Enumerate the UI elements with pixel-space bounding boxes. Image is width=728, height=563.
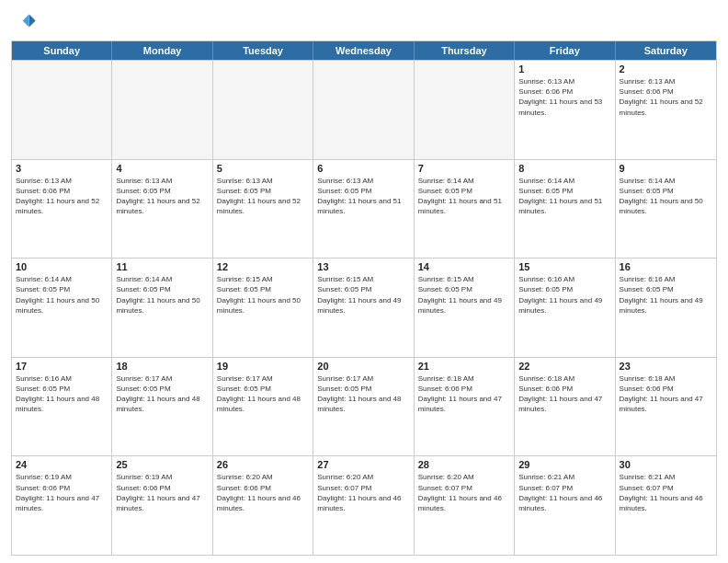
day-info: Sunrise: 6:18 AMSunset: 6:06 PMDaylight:… <box>620 373 712 415</box>
day-number: 19 <box>217 361 309 372</box>
calendar-cell-20: 20Sunrise: 6:17 AMSunset: 6:05 PMDayligh… <box>313 358 414 456</box>
calendar-cell-empty <box>12 61 112 159</box>
calendar-cell-7: 7Sunrise: 6:14 AMSunset: 6:05 PMDaylight… <box>415 160 515 259</box>
calendar-cell-13: 13Sunrise: 6:15 AMSunset: 6:05 PMDayligh… <box>313 259 414 357</box>
day-number: 10 <box>16 261 108 272</box>
day-number: 4 <box>116 163 208 174</box>
day-number: 16 <box>620 261 712 272</box>
day-info: Sunrise: 6:17 AMSunset: 6:05 PMDaylight:… <box>116 373 208 415</box>
day-info: Sunrise: 6:17 AMSunset: 6:05 PMDaylight:… <box>317 373 409 415</box>
day-number: 27 <box>317 459 409 470</box>
day-number: 26 <box>217 459 309 470</box>
calendar-cell-3: 3Sunrise: 6:13 AMSunset: 6:06 PMDaylight… <box>12 160 112 259</box>
day-info: Sunrise: 6:13 AMSunset: 6:06 PMDaylight:… <box>16 176 108 217</box>
calendar-cell-12: 12Sunrise: 6:15 AMSunset: 6:05 PMDayligh… <box>213 259 313 357</box>
day-number: 23 <box>620 361 712 372</box>
calendar-cell-18: 18Sunrise: 6:17 AMSunset: 6:05 PMDayligh… <box>112 358 212 456</box>
calendar-cell-16: 16Sunrise: 6:16 AMSunset: 6:05 PMDayligh… <box>616 259 716 357</box>
calendar-cell-19: 19Sunrise: 6:17 AMSunset: 6:05 PMDayligh… <box>213 358 313 456</box>
day-info: Sunrise: 6:16 AMSunset: 6:05 PMDaylight:… <box>518 274 610 316</box>
day-info: Sunrise: 6:15 AMSunset: 6:05 PMDaylight:… <box>418 274 510 316</box>
calendar-cell-27: 27Sunrise: 6:20 AMSunset: 6:07 PMDayligh… <box>313 456 414 555</box>
day-number: 25 <box>116 459 208 470</box>
calendar: SundayMondayTuesdayWednesdayThursdayFrid… <box>11 40 717 556</box>
calendar-header-wednesday: Wednesday <box>313 41 414 60</box>
day-info: Sunrise: 6:14 AMSunset: 6:05 PMDaylight:… <box>16 274 108 316</box>
day-info: Sunrise: 6:15 AMSunset: 6:05 PMDaylight:… <box>217 274 309 316</box>
day-info: Sunrise: 6:13 AMSunset: 6:06 PMDaylight:… <box>518 76 610 118</box>
calendar-cell-1: 1Sunrise: 6:13 AMSunset: 6:06 PMDaylight… <box>515 61 615 159</box>
day-number: 21 <box>418 361 510 372</box>
calendar-cell-22: 22Sunrise: 6:18 AMSunset: 6:06 PMDayligh… <box>515 358 615 456</box>
day-number: 1 <box>518 63 610 75</box>
calendar-week-3: 10Sunrise: 6:14 AMSunset: 6:05 PMDayligh… <box>12 258 716 357</box>
day-number: 5 <box>217 163 309 174</box>
calendar-body: 1Sunrise: 6:13 AMSunset: 6:06 PMDaylight… <box>12 60 716 555</box>
calendar-header-tuesday: Tuesday <box>213 41 313 60</box>
day-info: Sunrise: 6:16 AMSunset: 6:05 PMDaylight:… <box>16 373 108 415</box>
calendar-cell-5: 5Sunrise: 6:13 AMSunset: 6:05 PMDaylight… <box>213 160 313 259</box>
calendar-cell-15: 15Sunrise: 6:16 AMSunset: 6:05 PMDayligh… <box>515 259 615 357</box>
day-info: Sunrise: 6:15 AMSunset: 6:05 PMDaylight:… <box>317 274 409 316</box>
day-number: 7 <box>418 163 510 174</box>
day-info: Sunrise: 6:21 AMSunset: 6:07 PMDaylight:… <box>518 472 610 513</box>
day-info: Sunrise: 6:20 AMSunset: 6:06 PMDaylight:… <box>217 472 309 513</box>
logo <box>11 9 40 35</box>
day-number: 11 <box>116 261 208 272</box>
day-number: 17 <box>16 361 108 372</box>
calendar-cell-21: 21Sunrise: 6:18 AMSunset: 6:06 PMDayligh… <box>415 358 515 456</box>
day-number: 13 <box>317 261 409 272</box>
calendar-cell-23: 23Sunrise: 6:18 AMSunset: 6:06 PMDayligh… <box>616 358 716 456</box>
calendar-cell-2: 2Sunrise: 6:13 AMSunset: 6:06 PMDaylight… <box>616 61 716 159</box>
calendar-header-row: SundayMondayTuesdayWednesdayThursdayFrid… <box>12 41 716 60</box>
day-number: 29 <box>518 459 610 470</box>
calendar-cell-empty <box>112 61 212 159</box>
calendar-week-5: 24Sunrise: 6:19 AMSunset: 6:06 PMDayligh… <box>12 455 716 555</box>
day-info: Sunrise: 6:13 AMSunset: 6:06 PMDaylight:… <box>620 76 712 118</box>
day-number: 12 <box>217 261 309 272</box>
day-info: Sunrise: 6:13 AMSunset: 6:05 PMDaylight:… <box>217 176 309 217</box>
calendar-week-1: 1Sunrise: 6:13 AMSunset: 6:06 PMDaylight… <box>12 60 716 159</box>
day-info: Sunrise: 6:13 AMSunset: 6:05 PMDaylight:… <box>317 176 409 217</box>
day-number: 8 <box>518 163 610 174</box>
calendar-cell-empty <box>313 61 414 159</box>
day-info: Sunrise: 6:18 AMSunset: 6:06 PMDaylight:… <box>418 373 510 415</box>
day-info: Sunrise: 6:16 AMSunset: 6:05 PMDaylight:… <box>620 274 712 316</box>
calendar-cell-24: 24Sunrise: 6:19 AMSunset: 6:06 PMDayligh… <box>12 456 112 555</box>
day-number: 2 <box>620 63 712 75</box>
day-number: 9 <box>620 163 712 174</box>
day-info: Sunrise: 6:17 AMSunset: 6:05 PMDaylight:… <box>217 373 309 415</box>
day-info: Sunrise: 6:20 AMSunset: 6:07 PMDaylight:… <box>317 472 409 513</box>
calendar-cell-25: 25Sunrise: 6:19 AMSunset: 6:06 PMDayligh… <box>112 456 212 555</box>
calendar-cell-empty <box>415 61 515 159</box>
day-number: 20 <box>317 361 409 372</box>
day-info: Sunrise: 6:21 AMSunset: 6:07 PMDaylight:… <box>620 472 712 513</box>
calendar-cell-26: 26Sunrise: 6:20 AMSunset: 6:06 PMDayligh… <box>213 456 313 555</box>
calendar-cell-14: 14Sunrise: 6:15 AMSunset: 6:05 PMDayligh… <box>415 259 515 357</box>
calendar-cell-11: 11Sunrise: 6:14 AMSunset: 6:05 PMDayligh… <box>112 259 212 357</box>
calendar-header-friday: Friday <box>515 41 615 60</box>
calendar-week-2: 3Sunrise: 6:13 AMSunset: 6:06 PMDaylight… <box>12 159 716 259</box>
calendar-cell-4: 4Sunrise: 6:13 AMSunset: 6:05 PMDaylight… <box>112 160 212 259</box>
day-info: Sunrise: 6:18 AMSunset: 6:06 PMDaylight:… <box>518 373 610 415</box>
day-number: 6 <box>317 163 409 174</box>
day-number: 30 <box>620 459 712 470</box>
calendar-cell-28: 28Sunrise: 6:20 AMSunset: 6:07 PMDayligh… <box>415 456 515 555</box>
calendar-cell-8: 8Sunrise: 6:14 AMSunset: 6:05 PMDaylight… <box>515 160 615 259</box>
header <box>11 9 717 35</box>
day-number: 24 <box>16 459 108 470</box>
calendar-header-saturday: Saturday <box>616 41 716 60</box>
calendar-header-sunday: Sunday <box>12 41 112 60</box>
calendar-cell-10: 10Sunrise: 6:14 AMSunset: 6:05 PMDayligh… <box>12 259 112 357</box>
calendar-cell-29: 29Sunrise: 6:21 AMSunset: 6:07 PMDayligh… <box>515 456 615 555</box>
calendar-cell-17: 17Sunrise: 6:16 AMSunset: 6:05 PMDayligh… <box>12 358 112 456</box>
day-number: 15 <box>518 261 610 272</box>
day-info: Sunrise: 6:13 AMSunset: 6:05 PMDaylight:… <box>116 176 208 217</box>
calendar-week-4: 17Sunrise: 6:16 AMSunset: 6:05 PMDayligh… <box>12 357 716 456</box>
day-number: 14 <box>418 261 510 272</box>
day-info: Sunrise: 6:14 AMSunset: 6:05 PMDaylight:… <box>116 274 208 316</box>
calendar-cell-30: 30Sunrise: 6:21 AMSunset: 6:07 PMDayligh… <box>616 456 716 555</box>
day-info: Sunrise: 6:14 AMSunset: 6:05 PMDaylight:… <box>620 176 712 217</box>
calendar-header-thursday: Thursday <box>415 41 515 60</box>
day-number: 22 <box>518 361 610 372</box>
